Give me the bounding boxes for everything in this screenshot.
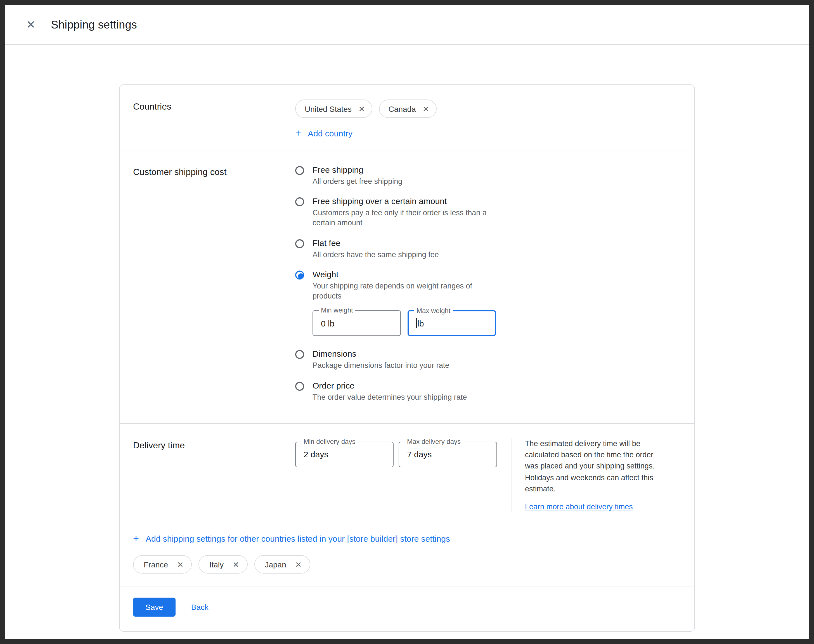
- option-weight: Weight Your shipping rate depends on wei…: [295, 270, 681, 340]
- option-dimensions: Dimensions Package dimensions factor int…: [295, 349, 681, 371]
- option-description: Your shipping rate depends on weight ran…: [313, 281, 500, 302]
- shipping-cost-options: Free shipping All orders get free shippi…: [295, 165, 681, 412]
- remove-country-icon[interactable]: ✕: [358, 105, 365, 113]
- option-title: Free shipping: [313, 165, 402, 175]
- option-description: All orders have the same shipping fee: [313, 250, 439, 260]
- country-chip-italy: Italy ✕: [199, 555, 248, 573]
- option-title: Order price: [313, 380, 467, 390]
- other-country-chips-row: France ✕ Italy ✕ Japan ✕: [133, 555, 681, 573]
- delivery-time-section: Delivery time Min delivery days 2 days M…: [120, 423, 694, 523]
- option-text: Order price The order value determines y…: [313, 380, 467, 402]
- add-other-countries-button[interactable]: + Add shipping settings for other countr…: [133, 533, 450, 543]
- dialog-header: ✕ Shipping settings: [5, 5, 809, 45]
- delivery-help-panel: The estimated delivery time will be calc…: [512, 438, 667, 512]
- country-chip-japan: Japan ✕: [254, 555, 310, 573]
- delivery-time-content: Min delivery days 2 days Max delivery da…: [295, 438, 681, 512]
- save-button[interactable]: Save: [133, 598, 176, 616]
- delivery-help-text: The estimated delivery time will be calc…: [525, 438, 665, 495]
- option-free-shipping-over-amount: Free shipping over a certain amount Cust…: [295, 196, 681, 228]
- chip-label: Italy: [209, 560, 224, 569]
- plus-icon: +: [295, 128, 301, 138]
- option-description: All orders get free shipping: [313, 177, 402, 187]
- remove-country-icon[interactable]: ✕: [177, 560, 183, 568]
- option-free-shipping: Free shipping All orders get free shippi…: [295, 165, 681, 187]
- delivery-fields-row: Min delivery days 2 days Max delivery da…: [295, 442, 497, 467]
- add-country-label: Add country: [308, 128, 353, 138]
- max-delivery-days-label: Max delivery days: [405, 438, 463, 446]
- add-other-countries-label: Add shipping settings for other countrie…: [146, 534, 450, 543]
- weight-fields-row: Min weight 0 lb Max weight lb: [313, 311, 500, 336]
- radio-weight-selected[interactable]: [295, 271, 304, 279]
- other-countries-section: + Add shipping settings for other countr…: [120, 523, 694, 586]
- option-title: Free shipping over a certain amount: [313, 196, 500, 206]
- min-weight-field[interactable]: Min weight 0 lb: [313, 311, 401, 336]
- option-title: Weight: [313, 270, 500, 279]
- footer-actions: Save Back: [120, 586, 694, 631]
- min-weight-field-label: Min weight: [319, 307, 355, 314]
- learn-more-link[interactable]: Learn more about delivery times: [525, 503, 633, 511]
- option-text: Dimensions Package dimensions factor int…: [313, 349, 449, 371]
- option-text: Free shipping over a certain amount Cust…: [313, 196, 500, 228]
- remove-country-icon[interactable]: ✕: [233, 560, 239, 568]
- countries-section: Countries United States ✕ Canada ✕ +: [120, 85, 694, 150]
- delivery-time-label: Delivery time: [133, 438, 295, 512]
- max-weight-value: lb: [417, 319, 424, 328]
- option-description: The order value determines your shipping…: [313, 392, 467, 402]
- plus-icon: +: [133, 533, 139, 543]
- remove-country-icon[interactable]: ✕: [295, 560, 302, 568]
- max-weight-field[interactable]: Max weight lb: [408, 311, 496, 336]
- country-chip-canada: Canada ✕: [379, 100, 437, 118]
- shipping-cost-section: Customer shipping cost Free shipping All…: [120, 150, 694, 423]
- min-delivery-days-field[interactable]: Min delivery days 2 days: [295, 442, 394, 467]
- option-order-price: Order price The order value determines y…: [295, 380, 681, 402]
- min-weight-value: 0 lb: [321, 319, 334, 328]
- remove-country-icon[interactable]: ✕: [423, 105, 429, 113]
- option-title: Dimensions: [313, 349, 449, 359]
- radio-free-shipping-over-amount[interactable]: [295, 197, 304, 206]
- min-delivery-days-label: Min delivery days: [301, 438, 357, 446]
- radio-order-price[interactable]: [295, 382, 304, 391]
- option-text: Weight Your shipping rate depends on wei…: [313, 270, 500, 340]
- chip-label: United States: [305, 104, 352, 113]
- page: ✕ Shipping settings Countries United Sta…: [0, 0, 814, 644]
- option-description: Customers pay a fee only if their order …: [313, 208, 500, 228]
- option-description: Package dimensions factor into your rate: [313, 361, 449, 371]
- dialog-window: ✕ Shipping settings Countries United Sta…: [0, 0, 814, 644]
- radio-free-shipping[interactable]: [295, 166, 304, 175]
- add-country-button[interactable]: + Add country: [295, 128, 353, 138]
- option-flat-fee: Flat fee All orders have the same shippi…: [295, 238, 681, 260]
- country-chip-united-states: United States ✕: [295, 100, 373, 118]
- chip-label: Canada: [389, 104, 416, 113]
- countries-label: Countries: [133, 100, 295, 139]
- max-delivery-days-value: 7 days: [407, 450, 432, 459]
- option-text: Free shipping All orders get free shippi…: [313, 165, 402, 187]
- option-title: Flat fee: [313, 238, 439, 247]
- radio-dimensions[interactable]: [295, 350, 304, 359]
- radio-flat-fee[interactable]: [295, 239, 304, 248]
- min-delivery-days-value: 2 days: [304, 450, 328, 459]
- country-chips-row: United States ✕ Canada ✕: [295, 100, 681, 118]
- text-cursor: [416, 318, 417, 328]
- max-weight-field-label: Max weight: [414, 307, 452, 315]
- countries-content: United States ✕ Canada ✕ + Add country: [295, 100, 681, 139]
- shipping-settings-card: Countries United States ✕ Canada ✕ +: [119, 84, 695, 632]
- close-icon[interactable]: ✕: [24, 18, 37, 31]
- chip-label: France: [144, 560, 168, 569]
- chip-label: Japan: [265, 560, 286, 569]
- back-button[interactable]: Back: [191, 603, 208, 612]
- option-text: Flat fee All orders have the same shippi…: [313, 238, 439, 260]
- max-delivery-days-field[interactable]: Max delivery days 7 days: [399, 442, 497, 467]
- shipping-cost-label: Customer shipping cost: [133, 165, 295, 412]
- page-title: Shipping settings: [51, 18, 137, 31]
- country-chip-france: France ✕: [133, 555, 192, 573]
